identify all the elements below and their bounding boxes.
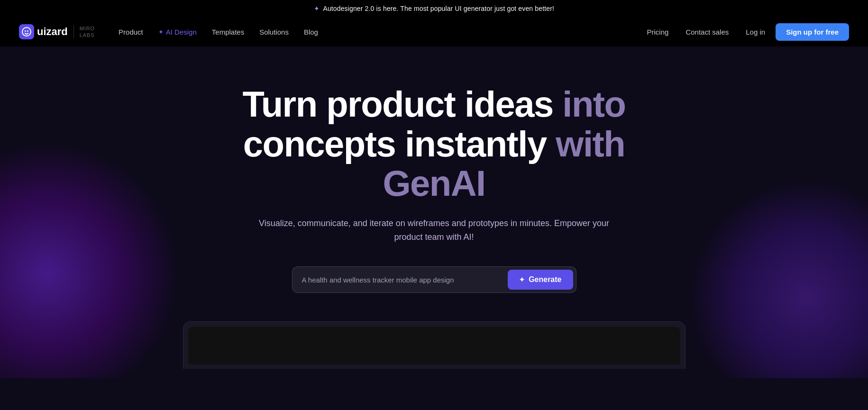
nav-right: Pricing Contact sales Log in Sign up for… (640, 23, 849, 41)
prompt-input[interactable] (302, 272, 508, 288)
ai-sparkle-icon: ✦ (158, 28, 164, 36)
hero-content: Turn product ideas into concepts instant… (221, 84, 648, 266)
nav-ai-design-label: AI Design (166, 28, 197, 36)
hero-title-line1-dim: into (562, 84, 625, 124)
prompt-input-container: ✦ Generate (292, 266, 576, 293)
logo-icon (19, 24, 34, 39)
preview-inner (188, 327, 680, 364)
nav-solutions[interactable]: Solutions (253, 24, 295, 40)
nav-contact[interactable]: Contact sales (679, 24, 735, 40)
hero-subtitle: Visualize, communicate, and iterate on w… (259, 217, 610, 244)
generate-button[interactable]: ✦ Generate (508, 270, 573, 290)
nav-pricing[interactable]: Pricing (640, 24, 676, 40)
uizard-logo[interactable]: uizard (19, 24, 68, 39)
nav-links: Product ✦ AI Design Templates Solutions … (112, 24, 640, 40)
svg-point-2 (27, 30, 28, 32)
nav-product[interactable]: Product (112, 24, 150, 40)
announcement-text: Autodesigner 2.0 is here. The most popul… (323, 5, 554, 12)
announcement-bar: ✦ Autodesigner 2.0 is here. The most pop… (0, 0, 868, 17)
hero-title: Turn product ideas into concepts instant… (230, 84, 638, 203)
hero-section: Turn product ideas into concepts instant… (0, 46, 868, 378)
nav-ai-design[interactable]: ✦ AI Design (152, 24, 203, 40)
preview-card (183, 321, 685, 369)
nav-templates[interactable]: Templates (205, 24, 251, 40)
hero-title-line1-bright: Turn product ideas (242, 84, 562, 124)
main-nav: uizard miro LABS Product ✦ AI Design Tem… (0, 17, 868, 46)
login-button[interactable]: Log in (739, 24, 772, 40)
generate-label: Generate (529, 275, 561, 284)
svg-point-1 (25, 30, 26, 32)
svg-point-0 (22, 27, 31, 36)
partner-logo: miro LABS (73, 25, 95, 39)
sparkle-icon: ✦ (314, 5, 320, 12)
hero-title-line2-bright: concepts instantly (243, 124, 556, 164)
logo-text: uizard (37, 26, 68, 38)
nav-blog[interactable]: Blog (297, 24, 325, 40)
signup-button[interactable]: Sign up for free (776, 23, 849, 41)
generate-sparkle-icon: ✦ (519, 276, 525, 283)
nav-logo-group: uizard miro LABS (19, 24, 95, 39)
